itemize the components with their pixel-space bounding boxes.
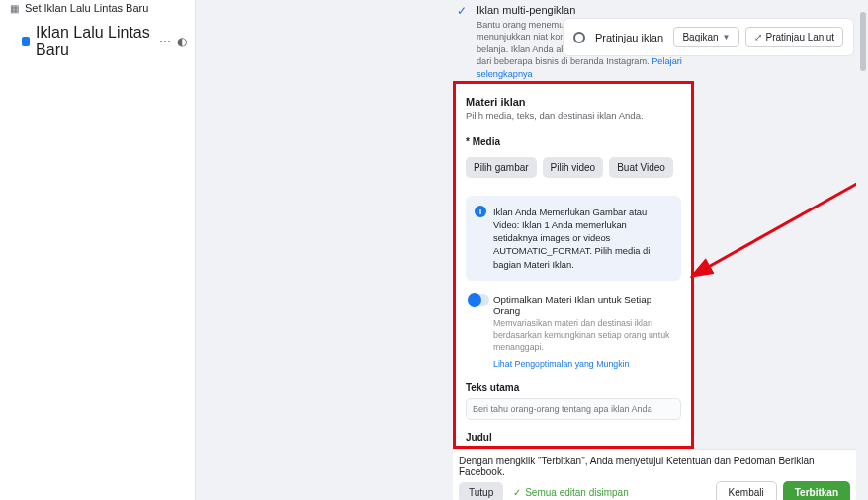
close-button[interactable]: Tutup [459, 482, 503, 500]
toggle-panel-icon[interactable]: ◐ [177, 35, 187, 48]
sidebar-parent-label: Set Iklan Lalu Lintas Baru [25, 2, 148, 14]
saved-status: ✓ Semua editan disimpan [513, 487, 629, 498]
main-panel: ✓ Iklan multi-pengiklan Bantu orang mene… [196, 0, 868, 500]
left-sidebar: ▦ Set Iklan Lalu Lintas Baru Iklan Lalu … [0, 0, 196, 500]
more-icon[interactable]: ⋯ [159, 35, 171, 48]
grid-icon: ▦ [10, 3, 19, 14]
primary-text-input[interactable] [466, 398, 681, 420]
optimize-link[interactable]: Lihat Pengoptimalan yang Mungkin [493, 359, 629, 369]
select-image-button[interactable]: Pilih gambar [466, 157, 537, 178]
card-subtitle: Pilih media, teks, dan destinasi iklan A… [466, 110, 681, 121]
optimize-title: Optimalkan Materi Iklan untuk Setiap Ora… [493, 294, 681, 316]
optimize-desc: Memvariasikan materi dan destinasi iklan… [493, 318, 681, 354]
primary-text-label: Teks utama [466, 382, 681, 393]
card-title: Materi iklan [466, 96, 681, 108]
publish-notice: Dengan mengklik "Terbitkan", Anda menyet… [453, 450, 856, 477]
optimize-toggle[interactable] [468, 294, 489, 306]
preview-pane: Pratinjau iklan Bagikan ▼ ⤢ Pratinjau La… [563, 18, 854, 56]
svg-line-0 [705, 144, 868, 269]
sidebar-item-ad[interactable]: Iklan Lalu Lintas Baru ⋯ ◐ [0, 24, 195, 59]
preview-status-icon [573, 32, 585, 43]
scrollbar[interactable] [856, 0, 868, 500]
sidebar-item-adset[interactable]: ▦ Set Iklan Lalu Lintas Baru [0, 0, 195, 18]
back-button[interactable]: Kembali [716, 481, 777, 500]
ad-icon [22, 37, 30, 46]
preview-label: Pratinjau iklan [595, 32, 663, 43]
chevron-down-icon: ▼ [723, 33, 731, 42]
multi-title: Iklan multi-pengiklan [477, 4, 692, 16]
select-video-button[interactable]: Pilih video [543, 157, 604, 178]
ad-creative-card: Materi iklan Pilih media, teks, dan dest… [453, 81, 694, 449]
media-section-label: Media [466, 136, 681, 147]
footer-bar: Dengan mengklik "Terbitkan", Anda menyet… [453, 449, 856, 500]
advanced-preview-button[interactable]: ⤢ Pratinjau Lanjut [745, 27, 844, 47]
share-button[interactable]: Bagikan ▼ [673, 27, 738, 47]
annotation-arrow [690, 138, 868, 287]
sidebar-child-label: Iklan Lalu Lintas Baru [36, 24, 159, 59]
preview-bar: Pratinjau iklan Bagikan ▼ ⤢ Pratinjau La… [563, 18, 854, 56]
check-icon: ✓ [457, 4, 467, 18]
publish-button[interactable]: Terbitkan [783, 481, 850, 500]
create-video-button[interactable]: Buat Video [609, 157, 673, 178]
headline-label: Judul [466, 432, 681, 443]
expand-icon: ⤢ [754, 32, 762, 42]
optimize-creative-row: Optimalkan Materi Iklan untuk Setiap Ora… [466, 294, 681, 372]
info-icon: i [475, 206, 486, 217]
media-required-info: i Iklan Anda Memerlukan Gambar atau Vide… [466, 196, 681, 281]
check-icon: ✓ [513, 487, 521, 498]
